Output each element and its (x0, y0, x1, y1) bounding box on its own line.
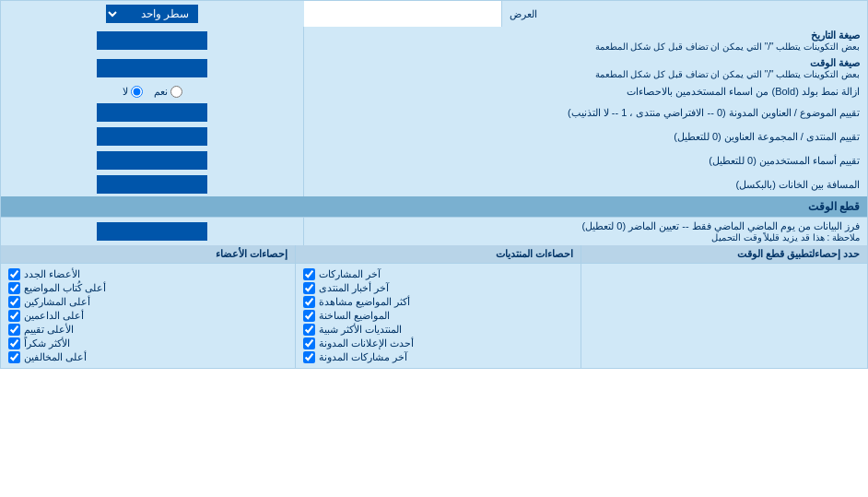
cutoff-filter-row: فرز البيانات من يوم الماضي الماضي فقط --… (1, 218, 868, 246)
col1-checkbox[interactable] (303, 337, 315, 349)
col1-checkbox[interactable] (303, 296, 315, 308)
cutoff-section-header-row: قطع الوقت (1, 196, 868, 218)
checkbox-item[interactable]: أعلى المخالفين (8, 350, 287, 364)
time-format-label: صيغة الوقت (311, 57, 860, 69)
forum-sort-row: تقييم المنتدى / المجموعة العناوين (0 للت… (1, 124, 868, 148)
col2-checkbox[interactable] (8, 268, 20, 280)
col1-checkbox[interactable] (303, 310, 315, 322)
display-mode-label: العرض (501, 1, 867, 27)
date-format-input[interactable]: d-m (97, 31, 207, 50)
checkbox-item[interactable]: أعلى كُتاب المواضيع (8, 281, 287, 295)
checkbox-item[interactable]: أكثر المواضيع مشاهدة (303, 295, 573, 309)
cutoff-limit-label: حدد إحصاءلتطبيق قطع الوقت (737, 248, 860, 259)
checkbox-item[interactable]: آخر المشاركات (303, 267, 573, 281)
topic-sort-label: تقييم الموضوع / العناوين المدونة (0 -- ا… (568, 107, 860, 118)
col1-checkbox[interactable] (303, 351, 315, 363)
checkbox-item[interactable]: آخر أخبار المنتدى (303, 281, 573, 295)
checkbox-item[interactable]: آخر مشاركات المدونة (303, 350, 573, 364)
cutoff-filter-label: فرز البيانات من يوم الماضي الماضي فقط --… (311, 220, 860, 232)
date-format-row: صيغة التاريخ بعض التكوينات يتطلب "/" الت… (1, 27, 868, 54)
col1-checkbox[interactable] (303, 268, 315, 280)
bold-yes-radio[interactable] (170, 86, 182, 98)
checkbox-item[interactable]: المنتديات الأكثر شبية (303, 323, 573, 337)
users-sort-label: تقييم أسماء المستخدمين (0 للتعطيل) (709, 155, 860, 166)
time-format-sublabel: بعض التكوينات يتطلب "/" التي يمكن ان تضا… (311, 69, 860, 79)
col-spacing-input[interactable]: 2 (97, 175, 207, 194)
topic-sort-row: تقييم الموضوع / العناوين المدونة (0 -- ا… (1, 101, 868, 124)
time-format-input[interactable]: H:i (97, 59, 207, 77)
date-format-label: صيغة التاريخ (311, 30, 860, 41)
time-format-row: صيغة الوقت بعض التكوينات يتطلب "/" التي … (1, 54, 868, 82)
cutoff-filter-input[interactable]: 0 (97, 222, 207, 241)
bold-remove-row: ازالة نمط بولد (Bold) من اسماء المستخدمي… (1, 82, 868, 101)
display-mode-row: العرض سطر واحد (1, 1, 868, 28)
checkbox-item[interactable]: الأعضاء الجدد (8, 267, 287, 281)
col-spacing-label: المسافة بين الخانات (بالبكسل) (736, 179, 861, 190)
col1-checkbox[interactable] (303, 324, 315, 336)
col-spacing-row: المسافة بين الخانات (بالبكسل) 2 (1, 172, 868, 196)
checkbox-item[interactable]: أحدث الإعلانات المدونة (303, 337, 573, 350)
col2-checkbox[interactable] (8, 351, 20, 363)
col1-checkbox[interactable] (303, 282, 315, 294)
col2-checkbox[interactable] (8, 296, 20, 308)
forum-sort-input[interactable]: 33 (97, 127, 207, 146)
checkboxes-col2-header: إحصاءات الأعضاء (216, 248, 287, 259)
date-format-sublabel: بعض التكوينات يتطلب "/" التي يمكن ان تضا… (311, 41, 860, 52)
checkbox-item[interactable]: أعلى المشاركين (8, 295, 287, 309)
bold-remove-label: ازالة نمط بولد (Bold) من اسماء المستخدمي… (627, 86, 860, 97)
checkbox-item[interactable]: أعلى الداعمين (8, 309, 287, 323)
bold-no-radio[interactable] (131, 86, 143, 98)
checkbox-item[interactable]: المواضيع الساخنة (303, 309, 573, 323)
col2-checkbox[interactable] (8, 310, 20, 322)
checkboxes-row: حدد إحصاءلتطبيق قطع الوقت احصاءات المنتد… (1, 245, 868, 369)
users-sort-row: تقييم أسماء المستخدمين (0 للتعطيل) 0 (1, 148, 868, 172)
bold-no-label: لا (123, 86, 128, 98)
col2-checkbox[interactable] (8, 337, 20, 349)
topic-sort-input[interactable]: 33 (97, 103, 207, 122)
checkboxes-header: حدد إحصاءلتطبيق قطع الوقت احصاءات المنتد… (1, 245, 867, 264)
users-sort-input[interactable]: 0 (97, 151, 207, 170)
checkboxes-data: آخر المشاركاتآخر أخبار المنتدىأكثر الموا… (1, 264, 867, 369)
checkbox-item[interactable]: الأعلى تقييم (8, 323, 287, 337)
bold-yes-label: نعم (154, 86, 168, 98)
forum-sort-label: تقييم المنتدى / المجموعة العناوين (0 للت… (674, 131, 860, 142)
cutoff-header: قطع الوقت (808, 200, 860, 213)
col2-checkbox[interactable] (8, 324, 20, 336)
checkbox-item[interactable]: الأكثر شكراً (8, 337, 287, 350)
col2-checkbox[interactable] (8, 282, 20, 294)
checkboxes-col1-header: احصاءات المنتديات (496, 248, 573, 259)
display-mode-select[interactable]: سطر واحد (106, 5, 198, 23)
cutoff-filter-note: ملاحظة : هذا قد يزيد قليلاً وقت التحميل (311, 232, 860, 243)
